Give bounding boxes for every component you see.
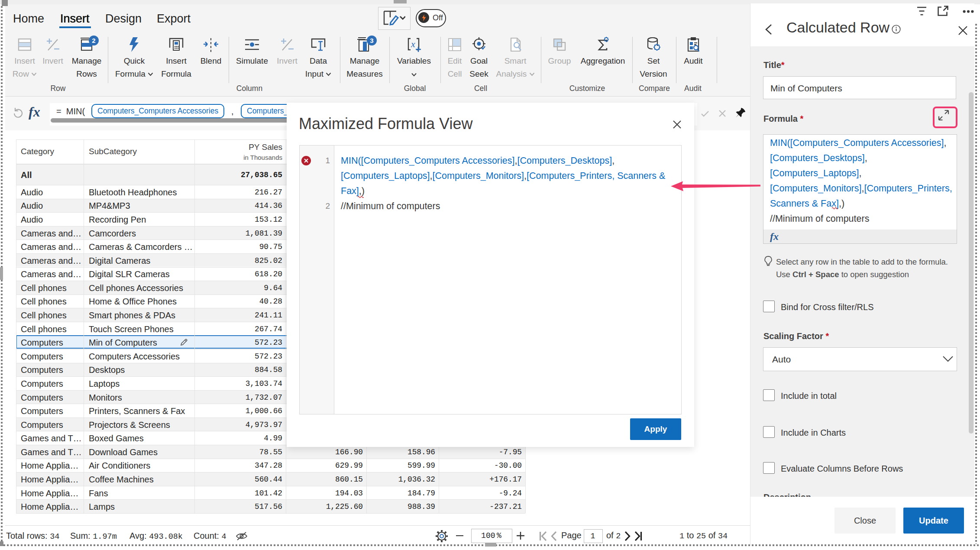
svg-text:x: x xyxy=(411,39,415,49)
